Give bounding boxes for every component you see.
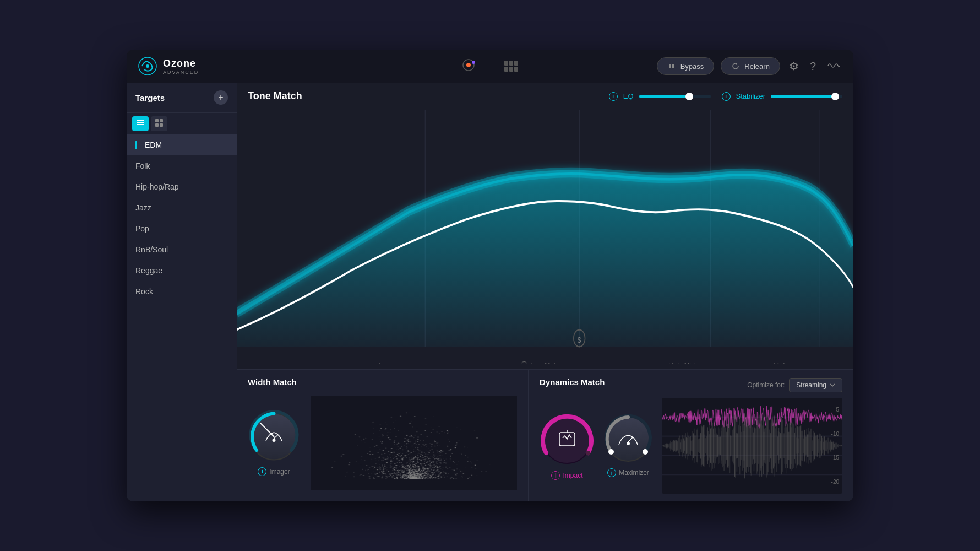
stereo-scope (311, 396, 517, 490)
dynamics-match-header: Dynamics Match Optimize for: Streaming (540, 377, 842, 392)
width-match-content: i Imager (248, 392, 517, 494)
sidebar-item-edm[interactable]: EDM (127, 134, 237, 155)
svg-point-35 (608, 449, 614, 455)
maximizer-label: i Maximizer (607, 468, 649, 477)
freq-label-high-mid: High-Mid (668, 361, 695, 364)
spectrum-svg: S (237, 110, 853, 364)
extra-button[interactable] (825, 58, 842, 75)
waveform-display: -5-10-15-20 (662, 398, 842, 494)
bypass-button[interactable]: Bypass (657, 57, 715, 75)
bottom-sections: Width Match (237, 369, 853, 501)
nav-circle-btn[interactable] (457, 53, 482, 79)
list-icon (137, 119, 144, 127)
nav-circle-icon (461, 58, 478, 74)
chevron-down-icon (830, 383, 835, 387)
top-right-controls: Bypass Relearn ⚙ ? (523, 57, 842, 75)
list-view-tab[interactable] (132, 116, 149, 131)
freq-label-high: High (773, 361, 787, 364)
sidebar-item-folk[interactable]: Folk (127, 155, 237, 176)
stabilizer-slider[interactable] (771, 95, 842, 98)
svg-rect-10 (514, 67, 518, 72)
relearn-icon (731, 62, 740, 71)
imager-knob[interactable] (248, 410, 300, 463)
app-name: Ozone (163, 58, 199, 69)
relearn-button[interactable]: Relearn (721, 57, 780, 75)
spectrum-chart: S Low S Low-Mid High-Mid High (237, 110, 853, 364)
svg-marker-13 (736, 62, 737, 66)
imager-knob-container: i Imager (248, 410, 300, 476)
nav-grid-icon (503, 60, 519, 73)
svg-rect-20 (160, 123, 163, 127)
tone-match-section: Tone Match i EQ i Stabilizer (237, 83, 853, 369)
imager-label: i Imager (258, 467, 290, 476)
eq-slider[interactable] (639, 95, 711, 98)
impact-label: i Impact (551, 471, 582, 480)
sidebar-item-hip-hop-rap[interactable]: Hip-hop/Rap (127, 176, 237, 197)
sidebar-item-pop[interactable]: Pop (127, 218, 237, 239)
svg-rect-19 (155, 123, 159, 127)
optimize-dropdown[interactable]: Streaming (789, 378, 842, 392)
content-area: Tone Match i EQ i Stabilizer (237, 83, 853, 501)
eq-info-icon[interactable]: i (609, 92, 618, 101)
dynamics-match-section: Dynamics Match Optimize for: Streaming (529, 370, 853, 501)
top-center-nav (457, 53, 523, 79)
svg-rect-14 (137, 120, 144, 121)
add-target-button[interactable]: + (214, 90, 228, 105)
logo-icon (138, 56, 157, 76)
app-subtitle: ADVANCED (163, 69, 199, 75)
svg-rect-15 (137, 122, 144, 123)
svg-rect-16 (137, 124, 144, 125)
stabilizer-label: Stabilizer (736, 92, 765, 100)
svg-rect-6 (509, 61, 513, 66)
width-match-section: Width Match (237, 370, 529, 501)
impact-knob[interactable] (540, 412, 595, 467)
optimize-control: Optimize for: Streaming (747, 378, 842, 392)
maximizer-info-icon[interactable]: i (607, 468, 616, 477)
sidebar-list: EDMFolkHip-hop/RapJazzPopRnB/SoulReggaeR… (127, 134, 237, 501)
svg-rect-17 (155, 119, 159, 122)
maximizer-knob-container: i Maximizer (603, 414, 653, 477)
help-button[interactable]: ? (808, 58, 818, 75)
logo-text: Ozone ADVANCED (163, 58, 199, 75)
svg-rect-11 (669, 64, 671, 68)
sidebar-item-jazz[interactable]: Jazz (127, 197, 237, 218)
stabilizer-info-icon[interactable]: i (722, 92, 731, 101)
waveform-level-label: -15 (831, 455, 839, 461)
grid-view-tab[interactable] (151, 116, 167, 131)
freq-label-low: Low (379, 361, 391, 364)
impact-knob-container: i Impact (540, 412, 595, 480)
svg-text:S: S (578, 335, 581, 345)
app-container: Ozone ADVANCED (127, 50, 853, 501)
maximizer-knob[interactable] (603, 414, 653, 464)
tone-match-header: Tone Match i EQ i Stabilizer (237, 83, 853, 110)
stabilizer-control: i Stabilizer (722, 92, 842, 101)
top-bar: Ozone ADVANCED (127, 50, 853, 83)
imager-info-icon[interactable]: i (258, 467, 266, 476)
waveform-level-label: -20 (831, 479, 839, 485)
bypass-icon (667, 62, 676, 71)
eq-label: EQ (623, 92, 634, 100)
width-match-title: Width Match (248, 377, 517, 387)
eq-control: i EQ (609, 92, 711, 101)
sidebar-item-rnb-soul[interactable]: RnB/Soul (127, 239, 237, 260)
wave-icon (827, 61, 840, 70)
svg-rect-8 (504, 67, 508, 72)
dynamics-match-title: Dynamics Match (540, 377, 605, 387)
svg-point-36 (643, 449, 648, 455)
impact-info-icon[interactable]: i (551, 471, 560, 480)
tone-match-title: Tone Match (248, 90, 598, 102)
svg-point-4 (472, 61, 475, 64)
sidebar-title: Targets (135, 93, 165, 102)
optimize-label: Optimize for: (747, 381, 785, 389)
svg-rect-9 (509, 67, 513, 72)
sidebar-item-rock[interactable]: Rock (127, 281, 237, 302)
dynamics-main-content: i Impact (540, 398, 842, 494)
settings-button[interactable]: ⚙ (787, 57, 801, 75)
grid-icon (155, 119, 163, 127)
sidebar-item-reggae[interactable]: Reggae (127, 260, 237, 281)
svg-rect-5 (504, 61, 508, 66)
svg-rect-7 (514, 61, 518, 66)
waveform-level-labels: -5-10-15-20 (831, 398, 839, 494)
logo-area: Ozone ADVANCED (138, 56, 457, 76)
nav-grid-btn[interactable] (499, 55, 523, 77)
